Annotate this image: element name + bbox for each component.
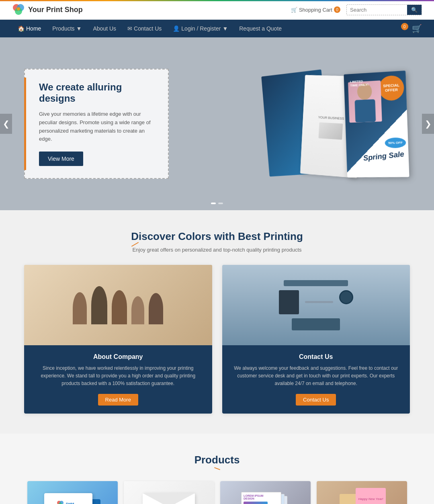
product-img-envelopes: DHM [124,481,214,504]
svg-rect-5 [355,99,376,123]
special-offer-badge: SPECIAL OFFER [379,75,405,101]
nav-item-quote[interactable]: Request a Quote [233,20,287,37]
contact-card: Contact Us We always welcome your feedba… [222,265,410,414]
percent-badge: 50% OFF [385,137,406,148]
greeting-card-inset: Happy New Year! [356,488,386,504]
nav-item-login[interactable]: 👤 Login / Register ▼ [167,20,233,37]
glasses-shape [339,290,353,304]
person-3 [112,290,127,324]
envelope-flap [143,493,195,504]
user-icon: 👤 [173,25,180,32]
about-card: About Company Since inception, we have w… [24,265,212,414]
hero-right: YOUR BUSINESS SPECIAL OFFER 50% OFF Spri… [241,37,434,210]
hero-content-box: We create alluring designs Give your mem… [24,69,169,179]
logo-area: Your Print Shop [12,3,83,16]
nav-contact-label: Contact Us [134,25,162,32]
brochure-mid-text: YOUR BUSINESS [315,112,348,124]
envelope-bg: DHM [124,481,214,504]
search-input[interactable] [347,5,407,14]
flyer-graphic [244,502,268,504]
main-nav: 🏠 Home Products ▼ About Us ✉ Contact Us … [0,20,434,37]
nav-cart-icon: 🛒 [412,24,422,33]
biz-logo-icon [56,500,64,504]
site-name: Your Print Shop [28,6,83,14]
envelope-container: DHM [143,493,195,504]
person-4 [131,296,144,324]
spring-sale-text: Spring Sale [363,150,405,163]
products-section: Products [0,434,434,504]
hero-description: Give your memories a lifetime edge with … [39,110,156,143]
biz-card-brand: DHM [66,502,74,504]
nav-cart-area[interactable]: 0 🛒 [403,24,422,34]
nav-item-home[interactable]: 🏠 Home [12,20,47,37]
nav-home-label: Home [26,25,41,32]
pen-shape [305,301,333,303]
biz-card-front: DHM [44,493,92,504]
discover-subtitle: Enjoy great offers on personalized and t… [24,247,410,253]
carousel-dots [211,203,223,204]
biz-card-bg: DHM [27,481,118,504]
product-card-greeting[interactable]: Happy New Year! Greeting Cards › [317,481,407,504]
desk-items [279,290,353,314]
contact-icon: ✉ [127,25,132,32]
top-right-area: 🛒 Shopping Cart 0 🔍 [291,4,422,15]
search-button[interactable]: 🔍 [407,5,422,15]
search-box: 🔍 [346,4,422,15]
envelope-visual: DHM [139,491,199,504]
people-group [72,286,164,324]
flyer-page-content: LOREM IPSUMDESIGN [242,492,281,504]
carousel-prev-arrow[interactable]: ❮ [0,114,12,134]
about-card-desc: Since inception, we have worked relentle… [34,365,202,388]
biz-card-visual: DHM [42,491,102,504]
hero-view-more-button[interactable]: View More [39,152,83,166]
product-card-business-cards[interactable]: DHM Standard Business Cards › [27,481,118,504]
greeting-container: Happy New Year! [340,494,384,504]
contact-card-image [222,265,410,345]
flyer-text-1: LOREM IPSUMDESIGN [244,494,279,500]
phone-shape [279,290,299,314]
greeting-bg: Happy New Year! [317,481,407,504]
info-cards-row: About Company Since inception, we have w… [24,265,410,414]
login-dropdown-icon: ▼ [222,25,228,32]
biz-logo-area: DHM [56,500,80,504]
hero-brochure-image: YOUR BUSINESS SPECIAL OFFER 50% OFF Spri… [258,56,424,191]
greeting-visual: Happy New Year! [332,489,392,504]
nav-cart-badge: 0 [401,23,408,30]
product-card-flyers[interactable]: LOREM IPSUMDESIGN Flyers Both Side › [220,481,311,504]
flyer-visual: LOREM IPSUMDESIGN [235,489,295,504]
contact-desk-area [279,280,353,330]
about-card-overlay: About Company Since inception, we have w… [24,345,212,414]
hero-left: We create alluring designs Give your mem… [0,53,241,195]
contact-us-button[interactable]: Contact Us [296,394,336,406]
top-bar: Your Print Shop 🛒 Shopping Cart 0 🔍 [0,0,434,20]
read-more-button[interactable]: Read More [98,394,138,406]
product-card-envelopes[interactable]: DHM Envelopes › [124,481,214,504]
nav-about-label: About Us [93,25,116,32]
product-img-business-cards: DHM [27,481,118,504]
nav-item-about[interactable]: About Us [87,20,122,37]
nav-item-products[interactable]: Products ▼ [47,20,87,37]
envelope-shape [143,493,195,504]
cart-label: Shopping Cart [299,7,332,13]
person-5 [149,293,163,324]
carousel-dot-2[interactable] [218,203,223,204]
carousel-next-arrow[interactable]: ❯ [422,114,434,134]
discover-title: Discover Colors with Best Printing [131,230,303,243]
nav-login-label: Login / Register [181,25,221,32]
nav-item-contact[interactable]: ✉ Contact Us [122,20,167,37]
discover-section: Discover Colors with Best Printing Enjoy… [0,210,434,434]
desk-item-2 [292,318,340,330]
flyer-bg: LOREM IPSUMDESIGN [220,481,311,504]
nav-products-label: Products [52,25,74,32]
hero-title: We create alluring designs [39,82,156,104]
flyer-page-3: LOREM IPSUMDESIGN [241,492,281,504]
about-card-image [24,265,212,345]
logo-icon [12,3,25,16]
cart-button[interactable]: 🛒 Shopping Cart 0 [291,6,340,13]
team-photo-overlay [24,265,212,345]
desk-item-1 [284,280,348,286]
carousel-dot-1[interactable] [211,203,216,204]
contact-card-overlay: Contact Us We always welcome your feedba… [222,345,410,414]
contact-card-title: Contact Us [232,353,400,361]
nav-quote-label: Request a Quote [239,25,282,32]
